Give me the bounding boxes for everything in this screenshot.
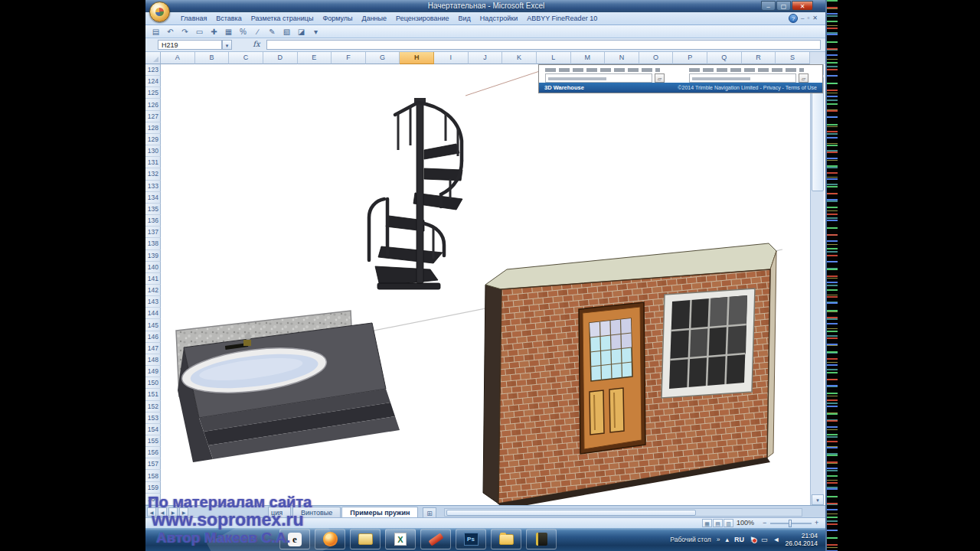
column-header[interactable]: P xyxy=(673,52,707,64)
action-center-flag-icon[interactable]: ⚑ xyxy=(750,536,756,543)
row-header[interactable]: 149 xyxy=(145,366,161,377)
sheet-tab[interactable]: Примеры пружин xyxy=(341,507,418,518)
row-header[interactable]: 156 xyxy=(145,447,161,458)
row-header[interactable]: 128 xyxy=(145,122,161,134)
row-header[interactable]: 146 xyxy=(145,331,161,343)
ribbon-tab[interactable]: Вставка xyxy=(211,12,246,25)
bathtub-drawing[interactable] xyxy=(176,311,400,462)
row-header[interactable]: 137 xyxy=(145,227,161,238)
name-box-dropdown-icon[interactable]: ▾ xyxy=(222,40,232,50)
tray-expand-icon[interactable]: ▴ xyxy=(725,536,729,543)
row-header[interactable]: 131 xyxy=(145,157,161,168)
taskbar-app-icon[interactable] xyxy=(491,529,521,549)
taskbar-app-icon[interactable] xyxy=(526,529,557,549)
row-header[interactable]: 135 xyxy=(145,204,161,215)
close-button[interactable]: ✕ xyxy=(792,1,813,11)
name-box[interactable]: H219 xyxy=(158,40,222,50)
language-indicator[interactable]: RU xyxy=(734,536,744,543)
row-header[interactable]: 159 xyxy=(145,482,161,494)
ribbon-tab[interactable]: Разметка страницы xyxy=(247,12,318,25)
view-mode-icon[interactable]: ▤ xyxy=(713,519,723,527)
toolbar-icon[interactable]: ✎ xyxy=(266,26,278,37)
toolbar-icon[interactable]: ∕ xyxy=(252,26,263,37)
row-header[interactable]: 148 xyxy=(145,354,161,366)
zoom-out-icon[interactable]: − xyxy=(763,519,766,527)
ribbon-tab[interactable]: Надстройки xyxy=(475,12,522,25)
column-header[interactable]: H xyxy=(400,52,434,64)
workbook-close-button[interactable]: ✕ xyxy=(812,14,818,23)
horizontal-scrollbar[interactable] xyxy=(444,508,802,517)
row-header[interactable]: 130 xyxy=(145,145,161,157)
display-tray-icon[interactable]: ▭ xyxy=(761,536,768,543)
column-header[interactable]: B xyxy=(195,52,230,64)
column-header[interactable]: N xyxy=(605,52,639,64)
field-button-icon[interactable]: ▱ xyxy=(799,73,808,83)
row-header[interactable]: 133 xyxy=(145,181,161,192)
search-field[interactable] xyxy=(689,73,796,83)
toolbar-icon[interactable]: ▾ xyxy=(310,26,322,37)
row-header[interactable]: 151 xyxy=(145,389,161,400)
insert-sheet-icon[interactable]: ⊞ xyxy=(423,507,436,518)
row-header[interactable]: 124 xyxy=(145,76,161,87)
taskbar-app-icon[interactable]: X xyxy=(385,529,416,549)
toolbar-icon[interactable]: ↷ xyxy=(179,26,191,37)
select-all-corner[interactable] xyxy=(145,52,161,64)
row-header[interactable]: 155 xyxy=(145,435,161,447)
row-header[interactable]: 153 xyxy=(145,412,161,424)
toolbar-chevron-icon[interactable]: » xyxy=(717,536,720,543)
ribbon-tab[interactable]: Рецензирование xyxy=(391,12,454,25)
row-header[interactable]: 154 xyxy=(145,424,161,435)
toolbar-icon[interactable]: ▦ xyxy=(223,26,234,37)
row-header[interactable]: 142 xyxy=(145,285,161,296)
taskbar-app-icon[interactable] xyxy=(420,529,451,549)
taskbar-app-icon[interactable] xyxy=(315,529,345,549)
column-header[interactable]: R xyxy=(742,52,776,64)
ribbon-tab[interactable]: Вид xyxy=(454,12,475,25)
column-header[interactable]: O xyxy=(639,52,674,64)
workbook-restore-button[interactable]: ▫ xyxy=(807,14,809,23)
row-header[interactable]: 123 xyxy=(145,64,161,76)
scrollbar-thumb[interactable] xyxy=(812,77,824,191)
row-header[interactable]: 139 xyxy=(145,250,161,262)
popup-footer-brand[interactable]: 3D Warehouse xyxy=(544,84,584,91)
ribbon-tab[interactable]: Данные xyxy=(358,12,392,25)
row-header[interactable]: 145 xyxy=(145,319,161,331)
spiral-staircase-drawing[interactable] xyxy=(369,98,462,289)
maximize-button[interactable]: ▢ xyxy=(776,1,791,11)
column-header[interactable]: J xyxy=(469,52,503,64)
zoom-in-icon[interactable]: + xyxy=(815,519,818,527)
formula-input[interactable] xyxy=(266,40,821,50)
row-header[interactable]: 147 xyxy=(145,343,161,354)
column-header[interactable]: E xyxy=(298,52,332,64)
help-button[interactable]: ? xyxy=(789,14,798,23)
sheet-canvas[interactable]: ▱ ▱ 3D Warehouse ©2014 Trimble Navigatio… xyxy=(161,64,810,505)
column-header[interactable]: F xyxy=(332,52,366,64)
toolbar-icon[interactable]: ◪ xyxy=(296,26,307,37)
taskbar-app-icon[interactable]: Ps xyxy=(456,529,486,549)
row-header[interactable]: 127 xyxy=(145,111,161,122)
search-field[interactable] xyxy=(545,73,652,83)
row-header[interactable]: 138 xyxy=(145,238,161,249)
vertical-scrollbar[interactable]: ▲ ▼ xyxy=(810,64,824,505)
brick-wall-drawing[interactable] xyxy=(483,243,776,505)
ribbon-tab[interactable]: Формулы xyxy=(318,12,357,25)
toolbar-icon[interactable]: % xyxy=(237,26,249,37)
row-header[interactable]: 129 xyxy=(145,134,161,145)
ribbon-tab[interactable]: Главная xyxy=(176,12,211,25)
row-header[interactable]: 152 xyxy=(145,401,161,412)
zoom-slider-thumb[interactable] xyxy=(789,520,792,527)
field-button-icon[interactable]: ▱ xyxy=(655,73,665,83)
scrollbar-thumb[interactable] xyxy=(446,510,696,516)
row-header[interactable]: 158 xyxy=(145,470,161,481)
row-header[interactable]: 144 xyxy=(145,308,161,319)
toolbar-icon[interactable]: ▭ xyxy=(194,26,205,37)
column-header[interactable]: D xyxy=(263,52,298,64)
workbook-minimize-button[interactable]: – xyxy=(801,14,804,23)
row-header[interactable]: 141 xyxy=(145,273,161,285)
desktop-toolbar-label[interactable]: Рабочий стол xyxy=(670,536,710,543)
column-header[interactable]: K xyxy=(502,52,537,64)
row-header[interactable]: 140 xyxy=(145,262,161,273)
minimize-button[interactable]: – xyxy=(761,1,776,11)
column-header[interactable]: M xyxy=(571,52,606,64)
speaker-tray-icon[interactable]: ◄ xyxy=(773,536,780,543)
